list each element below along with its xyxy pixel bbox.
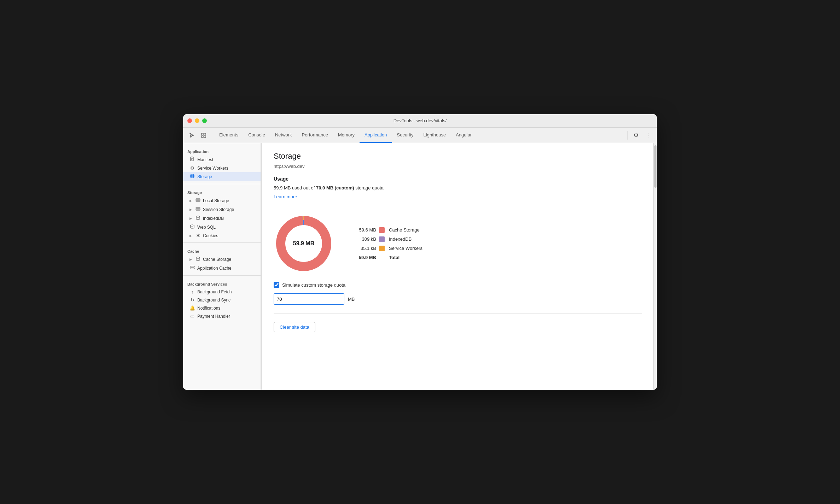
tab-security[interactable]: Security bbox=[392, 128, 419, 143]
manifest-label: Manifest bbox=[197, 157, 213, 162]
scrollbar-thumb[interactable] bbox=[654, 145, 657, 188]
sidebar-item-payment-handler[interactable]: ▭ Payment Handler bbox=[183, 312, 261, 320]
manifest-icon bbox=[189, 157, 195, 163]
tab-application[interactable]: Application bbox=[360, 128, 392, 143]
sidebar-item-cookies[interactable]: ▶ ✱ Cookies bbox=[183, 232, 261, 240]
legend-row-indexeddb: 309 kB IndexedDB bbox=[348, 236, 422, 242]
toolbar-tabs: Elements Console Network Performance Mem… bbox=[214, 128, 626, 143]
minimize-button[interactable] bbox=[195, 118, 199, 123]
svg-point-13 bbox=[196, 216, 200, 217]
legend-value-sw: 35.1 kB bbox=[348, 246, 376, 251]
tab-elements[interactable]: Elements bbox=[214, 128, 243, 143]
legend-name-indexeddb: IndexedDB bbox=[389, 236, 422, 242]
usage-text-pre: 59.9 MB used out of bbox=[274, 185, 316, 191]
usage-bold: 70.0 MB (custom) bbox=[316, 185, 354, 191]
sidebar-item-cache-storage[interactable]: ▶ Cache Storage bbox=[183, 255, 261, 264]
simulate-label[interactable]: Simulate custom storage quota bbox=[282, 282, 345, 288]
toolbar-right: ⚙ ⋮ bbox=[626, 130, 653, 141]
toolbar: Elements Console Network Performance Mem… bbox=[183, 128, 657, 143]
service-workers-label: Service Workers bbox=[197, 166, 228, 171]
notifications-icon: 🔔 bbox=[189, 305, 195, 311]
svg-rect-3 bbox=[204, 136, 206, 137]
more-icon[interactable]: ⋮ bbox=[643, 130, 653, 141]
content-url: https://web.dev bbox=[274, 164, 642, 169]
tab-lighthouse[interactable]: Lighthouse bbox=[419, 128, 451, 143]
traffic-lights bbox=[187, 118, 207, 123]
sidebar-item-manifest[interactable]: Manifest bbox=[183, 155, 261, 164]
content-area: Storage https://web.dev Usage 59.9 MB us… bbox=[262, 143, 653, 390]
chevron-icon: ▶ bbox=[189, 199, 193, 203]
cursor-icon[interactable] bbox=[187, 130, 197, 140]
cache-storage-icon bbox=[195, 256, 201, 262]
background-fetch-icon: ↕ bbox=[189, 289, 195, 294]
tab-network[interactable]: Network bbox=[270, 128, 297, 143]
sidebar-divider-2 bbox=[183, 242, 261, 243]
sidebar-section-cache: Cache bbox=[183, 246, 261, 255]
donut-label: 59.9 MB bbox=[293, 240, 314, 247]
sidebar-item-storage[interactable]: Storage bbox=[183, 172, 261, 181]
section-divider bbox=[274, 313, 642, 313]
maximize-button[interactable] bbox=[202, 118, 207, 123]
legend-color-indexeddb bbox=[379, 236, 385, 242]
cache-storage-label: Cache Storage bbox=[203, 257, 231, 262]
quota-input[interactable] bbox=[274, 293, 344, 305]
svg-rect-16 bbox=[190, 266, 194, 267]
scrollbar-track[interactable] bbox=[653, 143, 657, 390]
sidebar-item-application-cache[interactable]: Application Cache bbox=[183, 264, 261, 272]
titlebar: DevTools - web.dev/vitals/ bbox=[183, 114, 657, 128]
sidebar-item-background-sync[interactable]: ↻ Background Sync bbox=[183, 296, 261, 304]
usage-title: Usage bbox=[274, 176, 642, 182]
settings-icon[interactable]: ⚙ bbox=[631, 130, 641, 141]
legend-color-sw bbox=[379, 246, 385, 251]
sidebar-item-notifications[interactable]: 🔔 Notifications bbox=[183, 304, 261, 312]
sidebar: Application Manifest ⚙ Service Workers S… bbox=[183, 143, 261, 390]
sidebar-item-local-storage[interactable]: ▶ Local Storage bbox=[183, 196, 261, 205]
simulate-checkbox[interactable] bbox=[274, 282, 279, 288]
sidebar-item-service-workers[interactable]: ⚙ Service Workers bbox=[183, 164, 261, 172]
tab-angular[interactable]: Angular bbox=[451, 128, 477, 143]
svg-rect-1 bbox=[204, 133, 206, 135]
legend-value-cache: 59.6 MB bbox=[348, 227, 376, 233]
legend-value-total: 59.9 MB bbox=[348, 255, 376, 260]
indexeddb-icon bbox=[195, 215, 201, 221]
learn-more-link[interactable]: Learn more bbox=[274, 194, 297, 199]
layers-icon[interactable] bbox=[199, 130, 209, 140]
legend-value-indexeddb: 309 kB bbox=[348, 236, 376, 242]
sidebar-section-application: Application bbox=[183, 146, 261, 155]
close-button[interactable] bbox=[187, 118, 192, 123]
tab-console[interactable]: Console bbox=[243, 128, 270, 143]
tab-memory[interactable]: Memory bbox=[333, 128, 360, 143]
svg-rect-9 bbox=[196, 199, 200, 200]
websql-icon bbox=[189, 224, 195, 230]
storage-label: Storage bbox=[197, 174, 212, 179]
svg-rect-10 bbox=[196, 200, 200, 201]
svg-point-15 bbox=[196, 257, 200, 258]
sidebar-item-background-fetch[interactable]: ↕ Background Fetch bbox=[183, 288, 261, 296]
indexeddb-label: IndexedDB bbox=[203, 216, 224, 221]
svg-rect-12 bbox=[196, 209, 200, 210]
chevron-icon-3: ▶ bbox=[189, 217, 193, 220]
toolbar-divider bbox=[628, 131, 628, 140]
sidebar-section-storage: Storage bbox=[183, 187, 261, 196]
sidebar-divider-1 bbox=[183, 184, 261, 184]
payment-handler-label: Payment Handler bbox=[197, 314, 230, 319]
sidebar-divider-3 bbox=[183, 275, 261, 276]
usage-description: 59.9 MB used out of 70.0 MB (custom) sto… bbox=[274, 185, 642, 191]
legend-name-total: Total bbox=[389, 255, 422, 260]
service-workers-icon: ⚙ bbox=[189, 165, 195, 171]
donut-chart: 59.9 MB bbox=[274, 213, 334, 274]
svg-rect-11 bbox=[196, 207, 200, 209]
cookies-label: Cookies bbox=[203, 233, 218, 238]
tab-performance[interactable]: Performance bbox=[297, 128, 333, 143]
quota-unit: MB bbox=[348, 297, 355, 302]
legend-color-cache bbox=[379, 227, 385, 233]
chevron-icon-5: ▶ bbox=[189, 258, 193, 261]
sidebar-item-websql[interactable]: Web SQL bbox=[183, 223, 261, 232]
chevron-icon-2: ▶ bbox=[189, 208, 193, 211]
clear-site-data-button[interactable]: Clear site data bbox=[274, 322, 315, 332]
sidebar-item-session-storage[interactable]: ▶ Session Storage bbox=[183, 205, 261, 214]
svg-point-8 bbox=[191, 174, 194, 176]
legend-row-sw: 35.1 kB Service Workers bbox=[348, 246, 422, 251]
sidebar-item-indexeddb[interactable]: ▶ IndexedDB bbox=[183, 214, 261, 223]
window-title: DevTools - web.dev/vitals/ bbox=[393, 118, 447, 123]
